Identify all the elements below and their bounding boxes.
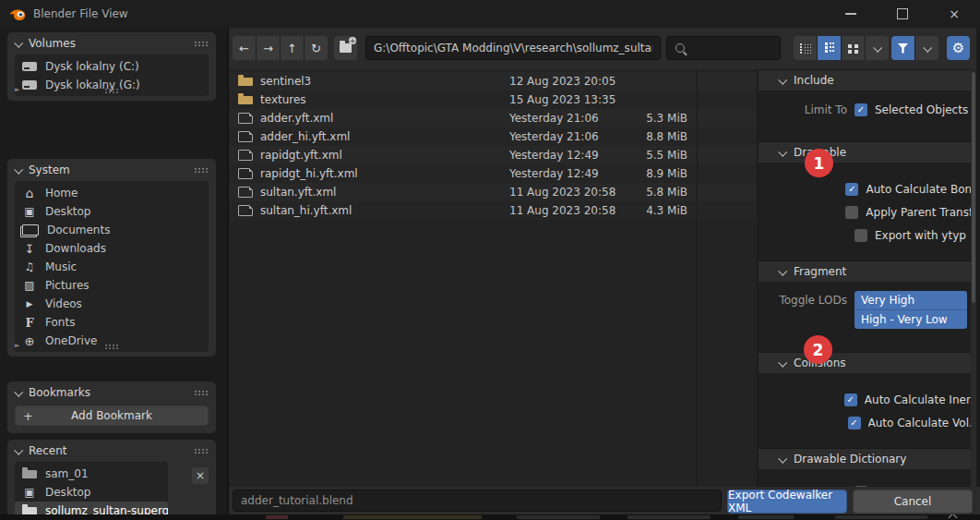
recent-item[interactable]: Desktop: [15, 483, 168, 502]
section-header-include[interactable]: Include: [759, 69, 971, 91]
recent-item[interactable]: sollumz_sultan-supergt_port: [15, 502, 168, 514]
file-row[interactable]: adder_hi.yft.xml Yesterday 21:06 8.8 MiB: [229, 127, 757, 146]
system-panel: System Home Desktop Documents: [7, 159, 216, 357]
file-icon: [238, 113, 253, 124]
apply-parent-transforms-checkbox[interactable]: [845, 206, 858, 219]
close-button[interactable]: ×: [928, 0, 980, 28]
add-bookmark-button[interactable]: + Add Bookmark: [15, 405, 209, 426]
system-panel-header[interactable]: System: [7, 159, 216, 181]
file-row[interactable]: rapidgt.yft.xml Yesterday 12:49 5.5 MiB: [229, 146, 757, 164]
minimize-button[interactable]: [825, 0, 877, 28]
file-path-input[interactable]: [366, 42, 660, 54]
selected-objects-checkbox[interactable]: [855, 103, 867, 116]
parent-directory-button[interactable]: ↑: [281, 36, 304, 60]
auto-calculate-bones-checkbox[interactable]: [845, 183, 858, 196]
maximize-button[interactable]: [877, 0, 928, 28]
volume-item[interactable]: Dysk lokalny (C:): [15, 57, 209, 76]
resize-grip-icon[interactable]: [104, 344, 119, 349]
downloads-icon: [22, 242, 37, 256]
section-header-drawable-dictionary[interactable]: Drawable Dictionary: [759, 448, 971, 469]
expand-triangle-icon[interactable]: ►: [15, 343, 19, 349]
bookmarks-panel-header[interactable]: Bookmarks: [7, 381, 216, 404]
selected-objects-label: Selected Objects: [875, 103, 968, 116]
lod-very-high-button[interactable]: Very High: [855, 291, 967, 309]
panel-scrollbar-thumb[interactable]: [972, 72, 975, 303]
maximize-icon: [897, 8, 908, 19]
operator-settings-button[interactable]: ⚙: [947, 36, 970, 60]
system-item-label: Pictures: [45, 279, 90, 292]
file-size: 4.3 MiB: [641, 204, 687, 217]
window-controls: ×: [825, 0, 980, 28]
recent-item[interactable]: sam_01: [15, 465, 168, 483]
view-thumbnails-button[interactable]: [842, 36, 865, 60]
system-item[interactable]: Documents: [15, 221, 209, 239]
system-item-label: Fonts: [45, 316, 75, 329]
column-divider[interactable]: [697, 69, 698, 487]
file-row[interactable]: rapidgt_hi.yft.xml Yesterday 12:49 8.9 M…: [229, 164, 757, 183]
expand-triangle-icon[interactable]: ►: [15, 87, 19, 93]
file-row[interactable]: sentinel3 12 Aug 2023 20:05: [229, 72, 757, 91]
filter-settings-dropdown[interactable]: [915, 36, 938, 60]
pictures-icon: [22, 279, 37, 292]
section-header-collisions[interactable]: Collisions: [759, 352, 971, 373]
filter-toggle-button[interactable]: [891, 36, 914, 60]
chevron-down-icon: [14, 38, 23, 47]
volumes-panel-header[interactable]: Volumes: [7, 32, 216, 54]
annotation-badge-1: 1: [805, 149, 833, 177]
file-icon: [238, 150, 253, 161]
file-row[interactable]: textures 15 Aug 2023 13:35: [229, 91, 757, 109]
create-folder-group: [334, 36, 357, 60]
file-date: Yesterday 12:49: [509, 149, 641, 162]
system-item[interactable]: Videos: [15, 295, 209, 313]
search-input[interactable]: [685, 42, 780, 54]
system-item-label: Documents: [47, 224, 110, 236]
back-arrow-icon: ←: [239, 42, 249, 55]
folder-icon: [238, 78, 253, 86]
panel-grip-icon[interactable]: [194, 390, 209, 396]
back-button[interactable]: ←: [233, 36, 256, 60]
system-item[interactable]: Home: [15, 184, 209, 202]
panel-grip-icon[interactable]: [194, 448, 209, 454]
file-date: 15 Aug 2023 13:35: [509, 93, 641, 106]
system-item-label: Downloads: [45, 242, 106, 255]
create-new-folder-button[interactable]: [334, 36, 357, 60]
auto-calculate-inertia-checkbox[interactable]: [844, 393, 857, 406]
panel-grip-icon[interactable]: [194, 167, 209, 174]
clear-recent-button[interactable]: ×: [192, 467, 209, 484]
export-codewalker-xml-button[interactable]: Export Codewalker XML: [727, 490, 847, 514]
file-row[interactable]: sultan.yft.xml 11 Aug 2023 20:58 5.8 MiB: [229, 183, 757, 201]
refresh-button[interactable]: ↻: [305, 36, 328, 60]
view-vertical-list-button[interactable]: [794, 36, 817, 60]
file-row[interactable]: sultan_hi.yft.xml 11 Aug 2023 20:58 4.3 …: [229, 201, 757, 220]
section-header-fragment[interactable]: Fragment: [759, 260, 971, 282]
system-item[interactable]: Fonts: [15, 313, 209, 332]
lod-high-very-low-button[interactable]: High - Very Low: [855, 309, 967, 329]
filename-input[interactable]: [233, 490, 722, 512]
blender-logo-icon: [9, 7, 26, 21]
folder-icon: [22, 507, 37, 515]
system-item[interactable]: Music: [15, 258, 209, 276]
system-item[interactable]: Pictures: [15, 276, 209, 295]
chevron-down-icon: [923, 42, 932, 52]
view-detailed-list-button[interactable]: [818, 36, 841, 60]
system-item[interactable]: Desktop: [15, 202, 209, 221]
auto-calculate-volume-checkbox[interactable]: [848, 417, 861, 429]
resize-grip-icon[interactable]: [104, 88, 119, 93]
recent-panel-header[interactable]: Recent: [7, 440, 216, 462]
cancel-button[interactable]: Cancel: [853, 490, 973, 514]
chevron-up-icon[interactable]: [949, 514, 958, 520]
panel-grip-icon[interactable]: [194, 41, 209, 47]
display-mode-buttons: [794, 36, 889, 60]
section-header-drawable[interactable]: Drawable: [759, 141, 971, 163]
file-date: 11 Aug 2023 20:58: [509, 186, 641, 199]
file-size: 5.5 MiB: [641, 149, 687, 162]
system-item[interactable]: Downloads: [15, 239, 209, 258]
file-size: 5.8 MiB: [641, 186, 687, 199]
videos-icon: [22, 299, 37, 308]
display-settings-dropdown[interactable]: [866, 36, 889, 60]
file-row[interactable]: adder.yft.xml Yesterday 21:06 5.3 MiB: [229, 109, 757, 127]
forward-button[interactable]: →: [257, 36, 280, 60]
export-with-ytyp-checkbox[interactable]: [855, 229, 867, 242]
system-list-footer: ►: [7, 339, 216, 357]
recent-item-label: sollumz_sultan-supergt_port: [45, 504, 168, 514]
